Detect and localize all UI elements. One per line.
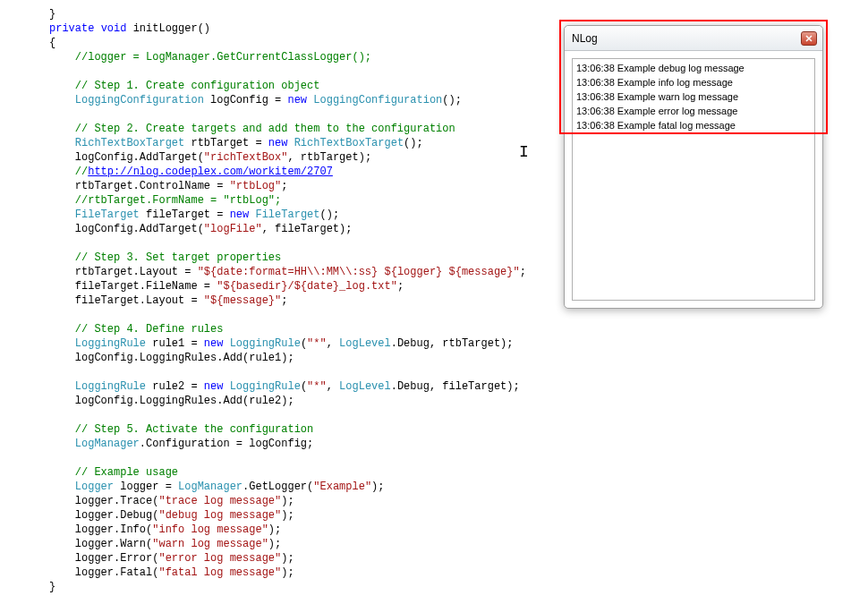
code-text: logConfig.AddTarget( [75, 151, 204, 164]
code-text [287, 137, 294, 149]
type: LogLevel [339, 337, 391, 350]
code-text: .Debug, rtbTarget); [391, 337, 514, 350]
comment: // Step 3. Set target properties [75, 251, 281, 264]
keyword: void [101, 22, 127, 35]
comment: // Step 4. Define rules [75, 323, 224, 336]
code-text: .Configuration = logConfig; [140, 438, 313, 450]
code-text: , [327, 337, 339, 350]
string: "fatal log message" [158, 566, 281, 579]
close-icon [805, 35, 813, 42]
comment: // Step 2. Create targets and add them t… [75, 123, 455, 135]
code-text: logConfig.AddTarget( [75, 223, 204, 235]
code-text: ); [281, 509, 294, 522]
code-text: ); [268, 523, 281, 536]
log-line: 13:06:38 Example error log message [576, 104, 811, 118]
type: LoggingRule [75, 380, 146, 393]
code-text: ( [301, 380, 307, 393]
keyword: new [204, 380, 224, 393]
string: "error log message" [158, 552, 281, 565]
code-text: (); [442, 94, 462, 106]
string: "${date:format=HH\\:MM\\:ss} ${logger} $… [198, 266, 520, 278]
code-text: fileTarget.FileName = [75, 280, 217, 293]
code-line: } [49, 581, 55, 593]
code-text: ); [371, 481, 384, 493]
string: "Example" [313, 481, 371, 493]
code-line: } [49, 8, 55, 21]
type: Logger [75, 481, 114, 493]
log-line: 13:06:38 Example warn log message [576, 89, 811, 104]
type: LogManager [178, 481, 243, 493]
string: "warn log message" [152, 538, 268, 550]
code-text: logger.Error( [75, 552, 159, 565]
text-cursor-icon: I [519, 143, 529, 161]
type: LogLevel [339, 380, 391, 393]
string: "rtbLog" [230, 180, 282, 192]
code-text: .Debug, fileTarget); [391, 380, 520, 393]
hyperlink[interactable]: http://nlog.codeplex.com/workitem/2707 [88, 166, 333, 178]
keyword: private [49, 22, 94, 35]
comment: //rtbTarget.FormName = "rtbLog"; [75, 194, 281, 207]
code-text: , rtbTarget); [287, 151, 371, 164]
code-text [223, 380, 229, 393]
code-text: .GetLogger( [243, 481, 313, 493]
code-text: rtbTarget.ControlName = [75, 180, 230, 192]
type: LoggingRule [75, 337, 146, 350]
string: "${basedir}/${date}_log.txt" [217, 280, 397, 293]
keyword: new [268, 137, 288, 149]
comment: // Step 5. Activate the configuration [75, 423, 313, 436]
code-text: fileTarget.Layout = [75, 294, 204, 307]
code-text: (); [319, 208, 339, 221]
code-text: logger = [114, 481, 178, 493]
code-text: , [327, 380, 339, 393]
type: RichTextBoxTarget [75, 137, 184, 149]
code-text: logger.Debug( [75, 509, 159, 522]
code-text: ( [301, 337, 307, 350]
window-title: NLog [570, 32, 801, 45]
comment: // Example usage [75, 466, 178, 479]
code-text: ; [520, 266, 526, 278]
code-text: logConfig.LoggingRules.Add(rule1); [75, 352, 294, 364]
comment: // Step 1. Create configuration object [75, 80, 320, 92]
code-text: logger.Info( [75, 523, 152, 536]
type: LoggingRule [230, 337, 301, 350]
log-textbox[interactable]: 13:06:38 Example debug log message 13:06… [572, 58, 815, 301]
code-text: rtbTarget = [184, 137, 268, 149]
string: "info log message" [152, 523, 268, 536]
type: LoggingConfiguration [313, 94, 442, 106]
nlog-window[interactable]: NLog 13:06:38 Example debug log message … [564, 25, 823, 309]
code-text: ; [281, 180, 287, 192]
code-text: (); [404, 137, 423, 149]
code-text: ); [281, 566, 294, 579]
comment: //logger = LogManager.GetCurrentClassLog… [75, 51, 371, 64]
log-line: 13:06:38 Example debug log message [576, 61, 811, 75]
log-line: 13:06:38 Example info log message [576, 75, 811, 89]
code-text: ; [281, 294, 287, 307]
code-text: initLogger() [126, 22, 210, 35]
code-text: , fileTarget); [262, 223, 353, 235]
string: "richTextBox" [204, 151, 288, 164]
code-text: rule1 = [146, 337, 204, 350]
type: LoggingConfiguration [75, 94, 204, 106]
code-text: ); [281, 552, 294, 565]
string: "logFile" [204, 223, 262, 235]
code-line: { [49, 37, 55, 49]
type: LoggingRule [230, 380, 301, 393]
type: FileTarget [75, 208, 140, 221]
window-titlebar[interactable]: NLog [565, 26, 822, 51]
code-text: ); [268, 538, 281, 550]
code-text: ); [281, 495, 294, 507]
keyword: new [230, 208, 250, 221]
code-text: ; [397, 280, 404, 293]
string: "trace log message" [158, 495, 281, 507]
type: FileTarget [255, 208, 319, 221]
keyword: new [287, 94, 307, 106]
keyword: new [204, 337, 224, 350]
log-line: 13:06:38 Example fatal log message [576, 118, 811, 132]
code-text: logConfig.LoggingRules.Add(rule2); [75, 395, 294, 407]
code-text: rule2 = [146, 380, 204, 393]
string: "*" [307, 337, 327, 350]
code-text: logConfig = [204, 94, 288, 106]
code-text: logger.Trace( [75, 495, 159, 507]
close-button[interactable] [801, 31, 817, 46]
type: LogManager [75, 438, 140, 450]
